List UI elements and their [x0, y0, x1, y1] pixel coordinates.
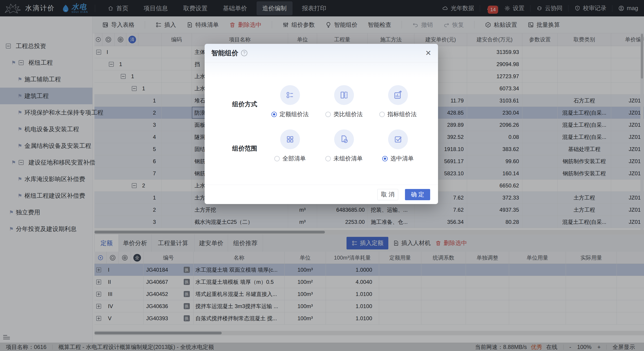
- analogy-book-circle: [334, 85, 354, 105]
- radio-label: 未组价清单: [334, 155, 363, 162]
- radio-analogy-pricing[interactable]: 类比组价法: [325, 110, 363, 118]
- radio-label: 指标组价法: [388, 110, 417, 118]
- grid-all-icon: [284, 134, 296, 145]
- quota-list-circle: [280, 85, 300, 105]
- help-icon[interactable]: ?: [241, 50, 247, 56]
- option-quota-pricing[interactable]: 定额组价法: [263, 85, 317, 118]
- modal-section-label: 组价方式: [232, 100, 257, 108]
- close-icon[interactable]: ✕: [425, 49, 431, 57]
- option-all-lists[interactable]: 全部清单: [263, 129, 317, 162]
- indicator-chart-icon: [392, 89, 404, 101]
- radio-icon[interactable]: [382, 156, 388, 161]
- smart-pricing-modal: 智能组价 ? ✕ 组价方式定额组价法类比组价法指标组价法组价范围全部清单未组价清…: [204, 44, 438, 204]
- cancel-button[interactable]: 取 消: [377, 189, 398, 200]
- check-selected-circle: [388, 129, 408, 149]
- radio-selected-lists[interactable]: 选中清单: [382, 155, 414, 162]
- analogy-book-icon: [338, 89, 350, 101]
- radio-label: 定额组价法: [280, 110, 309, 118]
- option-analogy-pricing[interactable]: 类比组价法: [317, 85, 371, 118]
- radio-quota-pricing[interactable]: 定额组价法: [272, 110, 309, 118]
- grid-all-circle: [280, 129, 300, 149]
- modal-header: 智能组价 ? ✕: [204, 44, 438, 62]
- modal-title: 智能组价: [211, 48, 238, 58]
- check-selected-icon: [392, 134, 404, 145]
- modal-section-label: 组价范围: [232, 144, 257, 153]
- app-root: 水滴计价 水电 SHUI DIAN 首页项目信息取费设置基础单价造价编制报表打印…: [0, 0, 644, 351]
- radio-indicator-pricing[interactable]: 指标组价法: [379, 110, 417, 118]
- doc-none-circle: [334, 129, 354, 149]
- radio-icon[interactable]: [325, 112, 331, 117]
- radio-icon[interactable]: [274, 156, 280, 161]
- modal-footer: 取 消 确 定: [204, 185, 438, 204]
- radio-icon[interactable]: [379, 112, 385, 117]
- radio-all-lists[interactable]: 全部清单: [274, 155, 306, 162]
- indicator-chart-circle: [388, 85, 408, 105]
- radio-icon[interactable]: [325, 156, 331, 161]
- option-indicator-pricing[interactable]: 指标组价法: [371, 85, 425, 118]
- modal-options: 全部清单未组价清单选中清单: [263, 129, 425, 162]
- radio-unpriced-lists[interactable]: 未组价清单: [325, 155, 363, 162]
- option-selected-lists[interactable]: 选中清单: [371, 129, 425, 162]
- radio-label: 选中清单: [390, 155, 414, 162]
- radio-label: 类比组价法: [334, 110, 363, 118]
- doc-none-icon: [338, 134, 350, 145]
- option-unpriced-lists[interactable]: 未组价清单: [317, 129, 371, 162]
- confirm-button[interactable]: 确 定: [405, 189, 430, 200]
- radio-icon[interactable]: [272, 112, 277, 117]
- quota-list-icon: [284, 89, 296, 101]
- radio-label: 全部清单: [282, 155, 306, 162]
- modal-options: 定额组价法类比组价法指标组价法: [263, 85, 425, 118]
